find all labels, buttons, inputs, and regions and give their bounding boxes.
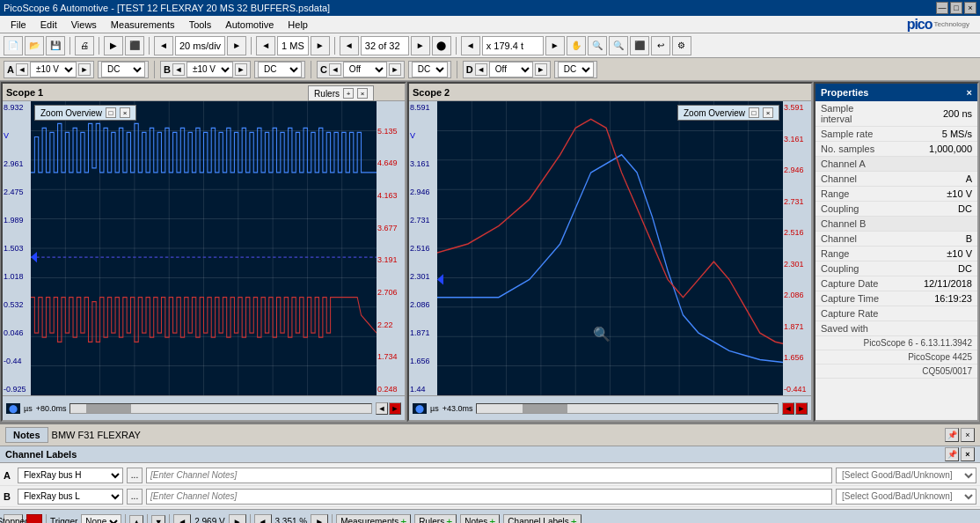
ch-b-name-dropdown[interactable]: FlexRay bus L — [18, 489, 123, 505]
scope1-canvas[interactable]: Zoom Overview □ × — [31, 101, 377, 395]
channel-b-coupling-group: DC — [254, 61, 305, 78]
scope1-scrollbar[interactable] — [69, 403, 372, 414]
rulers-expand[interactable]: + — [343, 88, 354, 99]
zoom2-overview-restore[interactable]: □ — [749, 107, 759, 118]
voltage-btn[interactable]: ◄ — [173, 514, 191, 524]
ch-d-range[interactable]: Off — [489, 62, 533, 77]
notes-btn[interactable]: Notes + — [460, 514, 500, 524]
timebase-unit-dropdown[interactable]: 1 MS — [277, 36, 309, 55]
ch-c-left[interactable]: ◄ — [329, 63, 341, 76]
measurements-btn[interactable]: Measurements + — [336, 514, 411, 524]
scope1-zoom-overview[interactable]: Zoom Overview □ × — [34, 105, 136, 121]
menu-help[interactable]: Help — [281, 18, 315, 32]
maximize-button[interactable]: □ — [950, 2, 962, 14]
channel-labels-btn[interactable]: Channel Labels + — [503, 514, 581, 524]
ch-b-left[interactable]: ◄ — [172, 63, 185, 76]
ch-d-right[interactable]: ► — [535, 63, 547, 76]
ch-a-coupling[interactable]: DC — [101, 62, 145, 77]
ch-a-notes-dots[interactable]: ... — [127, 468, 143, 483]
zoom-overview-close[interactable]: × — [120, 107, 130, 118]
toolbar-xval-next[interactable]: ► — [545, 36, 565, 55]
zoom2-overview-close[interactable]: × — [763, 107, 773, 118]
trigger-select[interactable]: None — [81, 514, 121, 524]
scope2-zoom-overview[interactable]: Zoom Overview □ × — [677, 105, 779, 121]
channel-labels-close-btn[interactable]: × — [961, 447, 975, 461]
rulers-close[interactable]: × — [357, 88, 368, 99]
scope2-scrollbar[interactable] — [476, 403, 779, 414]
toolbar-open[interactable]: 📂 — [25, 36, 44, 55]
properties-header: Properties × — [815, 84, 977, 101]
toolbar-prev2[interactable]: ◄ — [256, 36, 275, 55]
toolbar-xval-prev[interactable]: ◄ — [461, 36, 480, 55]
ch-c-range[interactable]: Off — [343, 62, 387, 77]
ch-a-good-select[interactable]: [Select Good/Bad/Unknown] — [836, 468, 976, 483]
ch-b-notes-dots[interactable]: ... — [127, 489, 143, 505]
voltage-right-btn[interactable]: ► — [229, 514, 246, 524]
main-content: Scope 1 Rulers + × 8.932 V 2.961 2.475 1… — [0, 81, 980, 423]
toolbar-next[interactable]: ► — [227, 36, 246, 55]
trigger-down-btn[interactable]: ▼ — [151, 515, 165, 524]
toolbar-buf-next[interactable]: ► — [411, 36, 430, 55]
toolbar-new[interactable]: 📄 — [4, 36, 23, 55]
ch-b-right[interactable]: ► — [235, 63, 247, 76]
toolbar-zoom-out[interactable]: 🔍 — [609, 36, 628, 55]
properties-close[interactable]: × — [967, 87, 972, 98]
ch-b-range[interactable]: ±10 V — [186, 62, 233, 77]
ch-c-right[interactable]: ► — [389, 63, 401, 76]
toolbar-undo-zoom[interactable]: ↩ — [651, 36, 670, 55]
toolbar-settings[interactable]: ⚙ — [672, 36, 691, 55]
ch-a-left[interactable]: ◄ — [16, 63, 28, 76]
ch-d-coupling[interactable]: DC — [558, 62, 594, 77]
scope2-canvas[interactable]: Zoom Overview □ × 🔍 — [437, 101, 783, 395]
scope2-left-axis: 8.591 V 3.161 2.946 2.731 2.516 2.301 2.… — [409, 101, 437, 395]
ch-a-range[interactable]: ±10 V — [30, 62, 77, 77]
menu-tools[interactable]: Tools — [182, 18, 219, 32]
trigger-up-btn[interactable]: ▲ — [129, 515, 143, 524]
scope2-scroll-left[interactable]: ◄ — [782, 402, 794, 415]
notes-close-btn[interactable]: × — [961, 428, 975, 442]
percent-right-btn[interactable]: ► — [311, 514, 328, 524]
menu-automotive[interactable]: Automotive — [218, 18, 281, 32]
toolbar-save[interactable]: 💾 — [46, 36, 65, 55]
ch-a-right[interactable]: ► — [78, 63, 91, 76]
stop-button[interactable]: Stopped — [4, 514, 23, 524]
percent-left-btn[interactable]: ◄ — [254, 514, 272, 524]
toolbar-stop[interactable]: ⬛ — [125, 36, 144, 55]
timebase-dropdown[interactable]: 20 ms/div — [175, 36, 225, 55]
ch-a-notes-input[interactable] — [146, 468, 832, 483]
close-button[interactable]: × — [964, 2, 976, 14]
toolbar-print[interactable]: 🖨 — [75, 36, 94, 55]
channel-d-group: D ◄ Off ► — [463, 61, 551, 78]
notes-pin-btn[interactable]: 📌 — [945, 428, 959, 442]
scope2-time-offset: +43.0ms — [442, 404, 473, 413]
ch-b-good-select[interactable]: [Select Good/Bad/Unknown] — [836, 489, 976, 505]
menu-measurements[interactable]: Measurements — [104, 18, 182, 32]
channel-labels-pin-btn[interactable]: 📌 — [945, 447, 959, 461]
scope1-scroll-left[interactable]: ◄ — [376, 402, 388, 415]
ch-b-coupling[interactable]: DC — [258, 62, 302, 77]
toolbar-buf-end[interactable]: ⬤ — [432, 36, 451, 55]
window-controls: — □ × — [936, 2, 976, 14]
ch-b-notes-input[interactable] — [146, 489, 832, 505]
menu-file[interactable]: File — [4, 18, 33, 32]
toolbar-buf-prev[interactable]: ◄ — [340, 36, 359, 55]
toolbar-start[interactable]: ▶ — [104, 36, 123, 55]
toolbar-zoom-fit[interactable]: ⬛ — [630, 36, 649, 55]
ch-a-name-dropdown[interactable]: FlexRay bus H — [18, 468, 123, 483]
menu-edit[interactable]: Edit — [33, 18, 64, 32]
ch-d-left[interactable]: ◄ — [475, 63, 487, 76]
buffer-info[interactable]: 32 of 32 — [361, 36, 409, 55]
scope1-scroll-right[interactable]: ► — [389, 402, 401, 415]
minimize-button[interactable]: — — [936, 2, 948, 14]
ch-c-coupling[interactable]: DC — [412, 62, 448, 77]
zoom-overview-restore[interactable]: □ — [106, 107, 116, 118]
toolbar-next2[interactable]: ► — [311, 36, 330, 55]
xvalue-display[interactable]: x 179.4 t — [482, 36, 544, 55]
scope2-scroll-right[interactable]: ► — [795, 402, 808, 415]
toolbar-hand[interactable]: ✋ — [567, 36, 586, 55]
toolbar-zoom-in[interactable]: 🔍 — [588, 36, 607, 55]
toolbar-prev[interactable]: ◄ — [154, 36, 173, 55]
menu-views[interactable]: Views — [64, 18, 104, 32]
rulers-btn[interactable]: Rulers + — [414, 514, 457, 524]
titlebar: PicoScope 6 Automotive - [TEST 12 FLEXRA… — [0, 0, 980, 16]
